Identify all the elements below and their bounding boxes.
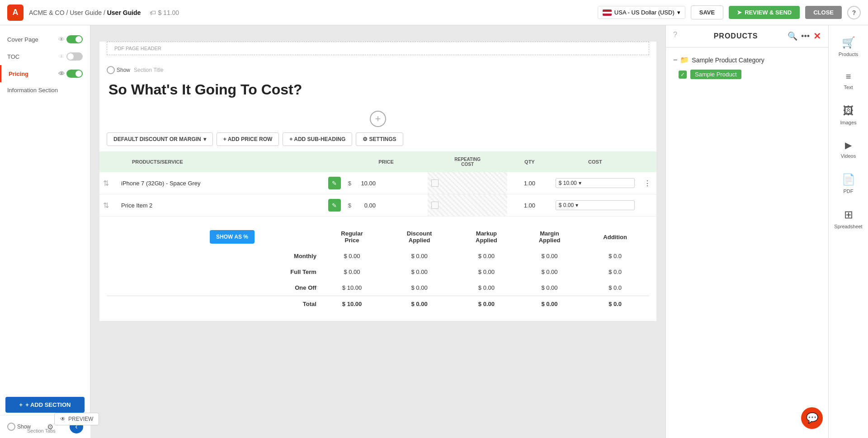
category-label: Sample Product Category (692, 57, 764, 64)
main-layout: Cover Page 👁 TOC 👁 Pricing 👁 Information… (0, 25, 868, 438)
sidebar-item-toc[interactable]: TOC 👁 (0, 48, 90, 65)
pricing-toggle[interactable]: 👁 (58, 70, 83, 78)
cost-select[interactable]: $ 10.00 ▾ (556, 178, 635, 188)
main-title: So What's It Going To Cost? (99, 78, 656, 105)
far-right-products[interactable]: 🛒 Products (829, 29, 868, 64)
far-right-pdf[interactable]: 📄 PDF (829, 166, 868, 201)
topbar: A ACME & CO / User Guide / User Guide 🏷 … (0, 0, 868, 25)
close-button[interactable]: CLOSE (805, 6, 842, 19)
videos-label: Videos (841, 153, 856, 159)
search-icon[interactable]: 🔍 (788, 31, 797, 41)
product-row: ✓ Sample Product (671, 67, 823, 82)
table-row: ⇅ Price Item 2 ✎ $ 0.00 1.00 (99, 194, 656, 217)
spreadsheet-label: Spreadsheet (834, 224, 862, 229)
chevron-down-icon: ▾ (579, 180, 581, 186)
summary-row-one-off: One Off $ 10.00 $ 0.00 $ 0.00 $ 0.00 $ 0… (107, 280, 649, 296)
save-button[interactable]: SAVE (691, 5, 723, 19)
summary-row-total: Total $ 10.00 $ 0.00 $ 0.00 $ 0.00 $ 0.0 (107, 296, 649, 312)
add-row-center: + (99, 105, 656, 132)
drag-handle[interactable]: ⇅ (103, 179, 109, 187)
repeating-cost-checkbox[interactable] (431, 179, 439, 187)
eye-icon: 👁 (58, 70, 65, 77)
sidebar-item-label: Information Section (7, 87, 58, 94)
toc-toggle[interactable]: 👁 (58, 52, 83, 61)
pdf-label: PDF (844, 188, 854, 194)
preview-button[interactable]: 👁 PREVIEW (54, 413, 99, 425)
products-label: Products (839, 52, 858, 57)
text-label: Text (844, 85, 853, 90)
far-right-spreadsheet[interactable]: ⊞ Spreadsheet (829, 201, 868, 236)
drag-handle[interactable]: ⇅ (103, 202, 109, 209)
more-options-icon[interactable]: ••• (801, 32, 810, 41)
price-tag: 🏷 $ 11.00 (150, 9, 179, 16)
collapse-icon[interactable]: − (673, 56, 677, 64)
text-icon: ≡ (846, 71, 851, 82)
col-price: PRICE (344, 151, 428, 172)
help-icon[interactable]: ? (673, 31, 684, 42)
videos-icon: ▶ (845, 140, 852, 151)
sidebar-item-information[interactable]: Information Section (0, 82, 90, 98)
right-panel-body: − 📁 Sample Product Category ✓ Sample Pro… (666, 47, 828, 438)
locale-selector[interactable]: USA - US Dollar (USD) ▾ (598, 6, 685, 19)
folder-icon: 📁 (680, 56, 689, 64)
summary-row-monthly: Monthly $ 0.00 $ 0.00 $ 0.00 $ 0.00 $ 0.… (107, 248, 649, 264)
toggle-switch[interactable] (66, 70, 83, 78)
add-price-row-button[interactable]: + ADD PRICE ROW (217, 132, 279, 146)
toggle-switch[interactable] (66, 52, 83, 61)
review-send-button[interactable]: ➤ REVIEW & SEND (729, 6, 800, 19)
show-toggle[interactable] (7, 423, 15, 431)
far-right-bar: 🛒 Products ≡ Text 🖼 Images ▶ Videos 📄 PD… (828, 25, 868, 438)
send-icon: ➤ (737, 9, 742, 16)
summary-col-regular: RegularPrice (320, 226, 384, 248)
far-right-text[interactable]: ≡ Text (829, 64, 868, 97)
section-title-label: Section Title (134, 67, 163, 73)
circle-toggle[interactable] (107, 66, 115, 74)
chevron-down-icon: ▾ (576, 202, 578, 208)
col-products-service: PRODUCTS/SERVICE (118, 151, 325, 172)
flag-icon (603, 9, 612, 16)
close-icon[interactable]: ✕ (813, 31, 821, 42)
plus-icon: + (19, 401, 23, 408)
col-repeating-cost: REPEATINGCOST (428, 151, 507, 172)
summary-col-markup: MarkupApplied (455, 226, 518, 248)
chevron-down-icon: ▾ (203, 136, 206, 142)
settings-button[interactable]: ⚙ SETTINGS (356, 132, 403, 146)
app-logo: A (7, 5, 24, 21)
qty-cell: 1.00 (507, 172, 552, 194)
right-panel-header: ? PRODUCTS 🔍 ••• ✕ (666, 25, 828, 47)
help-button[interactable]: ? (847, 6, 861, 19)
toggle-switch[interactable] (66, 35, 83, 43)
show-toggle-btn[interactable]: Show (107, 66, 130, 74)
summary-col-addition: Addition (581, 226, 649, 248)
far-right-videos[interactable]: ▶ Videos (829, 132, 868, 166)
summary-table: SHOW AS % RegularPrice DiscountApplied M… (107, 226, 649, 312)
show-as-percent-button[interactable]: SHOW AS % (210, 230, 255, 244)
cover-page-toggle[interactable]: 👁 (58, 35, 83, 43)
right-panel: ? PRODUCTS 🔍 ••• ✕ − 📁 Sample Product Ca… (665, 25, 828, 438)
col-qty: QTY (507, 151, 552, 172)
cost-select[interactable]: $ 0.00 ▾ (556, 200, 635, 210)
pricing-table: PRODUCTS/SERVICE PRICE REPEATINGCOST QTY… (99, 151, 656, 217)
chat-bubble[interactable]: 💬 (801, 407, 823, 429)
sidebar-item-cover-page[interactable]: Cover Page 👁 (0, 31, 90, 48)
qty-cell: 1.00 (507, 194, 552, 217)
add-content-button[interactable]: + (370, 111, 386, 127)
product-label: Sample Product (690, 70, 741, 79)
edit-product-button[interactable]: ✎ (328, 199, 341, 212)
add-sub-heading-button[interactable]: + ADD SUB-HEADING (283, 132, 352, 146)
sidebar-item-label: Pricing (9, 71, 28, 77)
section-tabs-label: Section Tabs (27, 428, 56, 433)
repeating-cost-checkbox[interactable] (431, 202, 439, 209)
far-right-images[interactable]: 🖼 Images (829, 97, 868, 132)
product-name-cell: iPhone 7 (32Gb) - Space Grey (118, 172, 325, 194)
eye-icon: 👁 (58, 36, 65, 43)
product-checkbox[interactable]: ✓ (679, 71, 687, 79)
breadcrumb: ACME & CO / User Guide / User Guide (29, 9, 141, 16)
add-section-button[interactable]: + + ADD SECTION (5, 397, 85, 413)
edit-product-button[interactable]: ✎ (328, 177, 341, 189)
row-menu-button[interactable]: ⋮ (642, 179, 653, 187)
page-card: PDF PAGE HEADER Show Section Title So Wh… (99, 42, 656, 321)
sidebar-item-pricing[interactable]: Pricing 👁 (0, 65, 90, 82)
summary-row-full-term: Full Term $ 0.00 $ 0.00 $ 0.00 $ 0.00 $ … (107, 264, 649, 280)
discount-margin-button[interactable]: DEFAULT DISCOUNT OR MARGIN ▾ (107, 132, 213, 146)
